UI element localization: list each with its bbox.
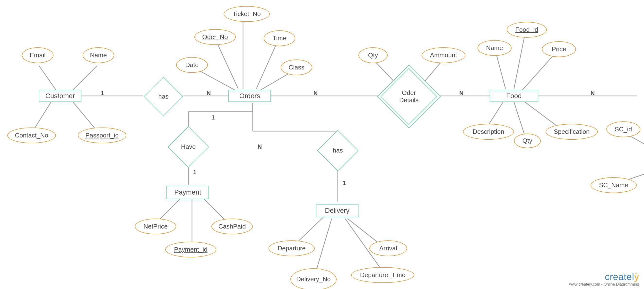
attr-payment-cashpaid: CashPaid: [212, 219, 253, 234]
attr-label: Qty: [368, 52, 378, 59]
attr-customer-name: Name: [83, 47, 114, 63]
svg-line-3: [73, 66, 97, 90]
attr-label: CashPaid: [218, 223, 246, 230]
entity-label: Orders: [239, 92, 260, 100]
rel-orders-payment: Have: [174, 132, 203, 162]
attr-label: Ammount: [430, 52, 457, 59]
attr-label: SC_id: [615, 126, 632, 133]
attr-orders-class: Class: [281, 59, 312, 75]
entity-orders: Orders: [228, 90, 271, 102]
svg-line-41: [315, 219, 332, 276]
attr-delivery-arrival: Arrival: [370, 241, 407, 256]
card-has-orders: N: [206, 90, 211, 97]
card-orders-have: 1: [212, 114, 214, 121]
attr-customer-contactno: Contact_No: [7, 127, 56, 143]
entity-label: Food: [506, 92, 522, 100]
attr-label: Passport_id: [85, 132, 118, 139]
svg-line-5: [73, 102, 97, 131]
attr-label: Food_id: [516, 26, 538, 33]
svg-line-19: [514, 102, 525, 136]
attr-oderdetails-ammount: Ammount: [422, 47, 466, 63]
rel-label: Oder Details: [399, 89, 418, 104]
attr-label: Time: [273, 35, 286, 42]
attr-label: Class: [288, 64, 304, 71]
attr-label: Price: [552, 46, 566, 53]
attr-food-qty: Qty: [514, 134, 541, 148]
attr-delivery-deliveryno: Delivery_No: [290, 268, 336, 289]
rel-oder-details: Oder Details: [386, 74, 431, 119]
card-orders-has2: N: [258, 143, 262, 150]
attr-food-foodid: Food_id: [507, 22, 547, 38]
rel-label: has: [158, 93, 169, 100]
svg-line-16: [514, 34, 525, 89]
attr-label: SC_Name: [599, 182, 628, 189]
svg-line-17: [522, 55, 554, 90]
card-food-belongsto: N: [590, 90, 595, 97]
entity-payment: Payment: [166, 186, 209, 199]
attr-label: Departure: [278, 245, 306, 252]
attr-label: NetPrice: [144, 223, 168, 230]
attr-label: Ticket_No: [232, 10, 261, 18]
rel-customer-orders: has: [150, 83, 178, 110]
attr-payment-paymentid: Payment_id: [165, 242, 216, 258]
card-has2-delivery: 1: [343, 180, 346, 187]
attr-orders-time: Time: [264, 30, 295, 46]
entity-food: Food: [490, 90, 538, 102]
attr-label: Contact_No: [15, 132, 48, 139]
attr-label: Oder_No: [202, 33, 228, 41]
entity-delivery: Delivery: [316, 204, 358, 217]
attr-customer-email: Email: [22, 47, 54, 63]
attr-label: Delivery_No: [296, 276, 331, 283]
attr-subcategory-scid: SC_id: [606, 121, 640, 137]
attr-food-description: Description: [463, 124, 514, 140]
svg-line-9: [256, 42, 277, 89]
attr-payment-netprice: NetPrice: [135, 219, 176, 234]
svg-line-42: [348, 219, 382, 245]
attr-label: Qty: [522, 137, 532, 144]
attr-orders-oderno: Oder_No: [194, 29, 236, 45]
attr-orders-ticketno: Ticket_No: [224, 6, 270, 22]
card-have-payment: 1: [193, 169, 196, 176]
attr-delivery-departuretime: Departure_Time: [351, 267, 414, 283]
attr-label: Name: [486, 44, 503, 52]
attr-label: Payment_id: [174, 246, 207, 253]
attr-label: Date: [186, 61, 199, 69]
card-orders-oderdetails: N: [314, 90, 318, 97]
svg-line-4: [33, 102, 51, 131]
watermark-tagline: www.creately.com • Online Diagramming: [569, 282, 639, 287]
attr-label: Specification: [554, 128, 590, 136]
attr-label: Description: [473, 128, 504, 136]
watermark: createlỳ www.creately.com • Online Diagr…: [569, 272, 639, 287]
attr-oderdetails-qty: Qty: [358, 47, 388, 63]
attr-label: Departure_Time: [360, 272, 406, 279]
svg-line-2: [39, 66, 56, 90]
attr-label: Name: [90, 52, 107, 59]
attr-customer-passportid: Passport_id: [78, 127, 126, 143]
card-oderdetails-food: N: [459, 90, 464, 97]
attr-label: Email: [30, 52, 46, 59]
attr-food-specification: Specification: [546, 124, 598, 140]
rel-label: has: [333, 147, 343, 154]
entity-label: Payment: [174, 188, 201, 196]
entity-customer-label: Customer: [46, 92, 75, 100]
svg-line-7: [216, 41, 238, 89]
attr-label: Arrival: [379, 245, 397, 252]
rel-label: Have: [181, 143, 196, 151]
attr-subcategory-scname: SC_Name: [590, 177, 637, 193]
attr-delivery-departure: Departure: [268, 241, 315, 256]
svg-line-15: [496, 52, 506, 89]
entity-customer: Customer: [39, 90, 82, 102]
attr-orders-date: Date: [176, 57, 208, 73]
rel-orders-delivery: has: [323, 136, 352, 165]
watermark-brand: createlỳ: [569, 272, 639, 282]
attr-food-name: Name: [478, 40, 512, 56]
card-customer-has: 1: [101, 90, 104, 97]
entity-label: Delivery: [325, 207, 350, 215]
attr-food-price: Price: [542, 41, 576, 57]
